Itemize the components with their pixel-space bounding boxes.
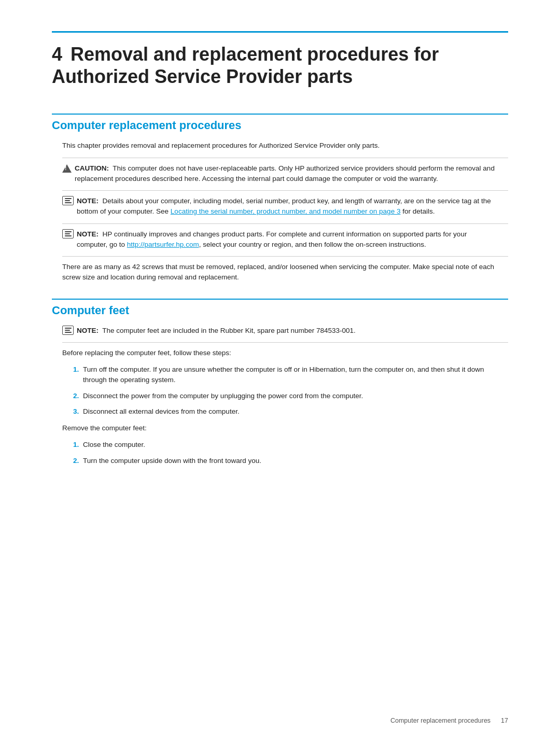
note-icon-1 [62,196,74,205]
divider-2 [62,190,508,191]
chapter-heading: 4Removal and replacement procedures for … [52,43,508,88]
note-lines-2 [63,230,73,237]
note-block-1: NOTE: Details about your computer, inclu… [52,196,508,217]
note-after-1: for details. [400,207,435,215]
before-steps-intro: Before replacing the computer feet, foll… [52,348,508,358]
caution-icon [62,164,72,173]
closing-text: There are as many as 42 screws that must… [52,262,508,283]
note-icon-feet [62,326,74,335]
note-line [65,332,72,333]
list-item: Close the computer. [81,440,508,450]
before-steps-list: Turn off the computer. If you are unsure… [52,364,508,417]
note-label-feet: NOTE: [77,327,99,334]
caution-body: This computer does not have user-replace… [75,164,495,182]
note-lines-1 [63,197,73,204]
footer-page-number: 17 [501,717,508,724]
note-text-2: NOTE: HP continually improves and change… [77,229,498,250]
note-label-1: NOTE: [77,197,99,205]
note-line [65,231,72,232]
list-item: Turn the computer upside down with the f… [81,456,508,466]
note-text-1: NOTE: Details about your computer, inclu… [77,196,498,217]
note-lines-feet [63,327,73,334]
section-heading-feet: Computer feet [52,299,508,317]
note-body-feet: The computer feet are included in the Ru… [102,327,356,334]
note-link-2[interactable]: http://partsurfer.hp.com [127,241,199,248]
note-label-2: NOTE: [77,230,99,238]
intro-text: This chapter provides removal and replac… [52,140,508,151]
note-icon-2 [62,229,74,238]
note-line [65,200,70,201]
section-heading-replacement: Computer replacement procedures [52,114,508,132]
divider-4 [62,256,508,257]
note-text-feet: NOTE: The computer feet are included in … [77,326,356,336]
list-item: Turn off the computer. If you are unsure… [81,364,508,386]
note-line [65,202,72,203]
note-line [65,233,70,234]
divider-1 [62,158,508,158]
note-line [65,330,70,331]
note-line [65,235,72,236]
remove-intro: Remove the computer feet: [52,423,508,433]
section-computer-replacement: Computer replacement procedures This cha… [52,114,508,283]
footer-section-label: Computer replacement procedures [390,717,491,724]
chapter-number: 4 [52,44,62,65]
caution-text: CAUTION: This computer does not have use… [75,163,498,185]
divider-3 [62,223,508,224]
note-line [65,328,72,329]
note-block-feet: NOTE: The computer feet are included in … [52,326,508,336]
top-rule [52,31,508,33]
caution-label: CAUTION: [75,164,109,172]
caution-block: CAUTION: This computer does not have use… [52,163,508,185]
note-block-2: NOTE: HP continually improves and change… [52,229,508,250]
note-after-2: , select your country or region, and the… [199,241,426,248]
divider-5 [62,342,508,343]
note-line [65,198,72,199]
note-link-1[interactable]: Locating the serial number, product numb… [171,207,401,215]
chapter-title: Removal and replacement procedures for A… [52,44,439,87]
section-computer-feet: Computer feet NOTE: The computer feet ar… [52,299,508,466]
remove-steps-list: Close the computer. Turn the computer up… [52,440,508,466]
list-item: Disconnect the power from the computer b… [81,391,508,401]
footer: Computer replacement procedures 17 [390,717,508,724]
list-item: Disconnect all external devices from the… [81,406,508,417]
